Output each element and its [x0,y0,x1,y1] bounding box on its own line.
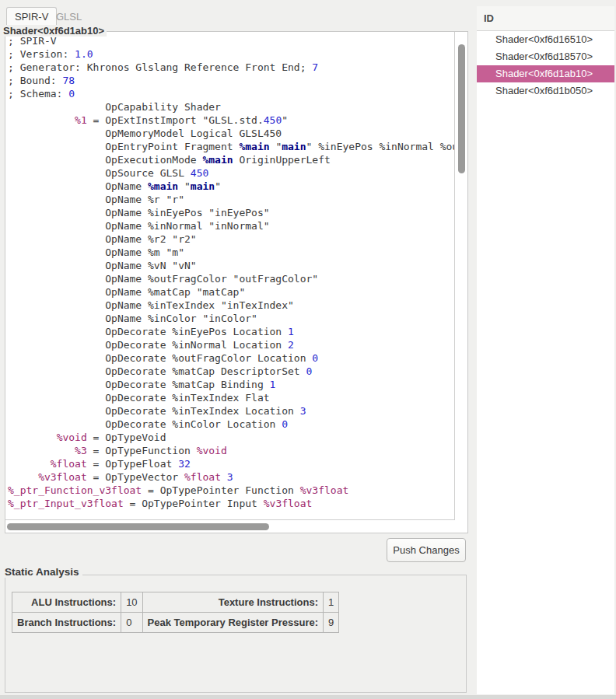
code-line: OpDecorate %inTexIndex Location 3 [8,404,454,418]
code-line: %float = OpTypeFloat 32 [8,457,454,470]
code-line: ; Schema: 0 [8,87,454,100]
shader-code-frame: ; SPIR-V; Version: 1.0; Generator: Khron… [5,31,468,533]
shader-viewer-window: SPIR-V GLSL Shader<0xf6d1ab10> ; SPIR-V;… [0,0,616,699]
spirv-code-editor[interactable]: ; SPIR-V; Version: 1.0; Generator: Khron… [5,32,455,520]
code-line: OpName %matCap "matCap" [8,285,454,299]
code-line: %_ptr_Function_v3float = OpTypePointer F… [8,484,454,497]
code-line: %1 = OpExtInstImport "GLSL.std.450" [8,114,454,127]
code-line: OpName %outFragColor "outFragColor" [8,272,454,285]
code-line: OpDecorate %matCap Binding 1 [8,378,454,391]
stat-value: 0 [121,613,142,633]
vertical-scrollbar[interactable] [458,44,465,173]
code-line: ; Bound: 78 [8,74,454,87]
code-line: ; Version: 1.0 [8,47,454,61]
code-line: OpEntryPoint Fragment %main "main" %inEy… [8,140,454,153]
code-line: ; Generator: Khronos Glslang Reference F… [8,61,454,74]
id-column-header[interactable]: ID [477,6,614,31]
shader-list-item[interactable]: Shader<0xf6d1b050> [477,82,614,100]
code-line: OpMemoryModel Logical GLSL450 [8,127,454,140]
code-line: OpSource GLSL 450 [8,166,454,180]
push-changes-button[interactable]: Push Changes [387,538,466,562]
shader-frame-title: Shader<0xf6d1ab10> [3,25,107,37]
code-line: %v3float = OpTypeVector %float 3 [8,470,454,484]
code-line: OpDecorate %outFragColor Location 0 [8,351,454,365]
shader-id-list: Shader<0xf6d16510>Shader<0xf6d18570>Shad… [477,31,614,100]
code-line: OpName %main "main" [8,180,454,193]
static-analysis-title: Static Analysis [5,566,82,578]
code-line: OpName %m "m" [8,246,454,259]
code-line: OpName %inNormal "inNormal" [8,219,454,232]
code-line: OpDecorate %matCap DescriptorSet 0 [8,365,454,378]
stat-label: Branch Instructions: [12,613,121,633]
stat-value: 1 [324,592,339,613]
code-line: OpDecorate %inTexIndex Flat [8,391,454,404]
shader-list-item[interactable]: Shader<0xf6d1ab10> [477,65,614,82]
shader-id-panel: ID Shader<0xf6d16510>Shader<0xf6d18570>S… [477,6,614,694]
tab-glsl[interactable]: GLSL [50,9,88,26]
code-line: OpDecorate %inColor Location 0 [8,418,454,431]
code-line: OpName %inEyePos "inEyePos" [8,206,454,219]
code-line: OpDecorate %inEyePos Location 1 [8,325,454,338]
code-line: %3 = OpTypeFunction %void [8,444,454,457]
stat-row: Branch Instructions:0Peak Temporary Regi… [12,613,339,633]
code-line: OpCapability Shader [8,100,454,114]
stat-value: 9 [324,613,339,633]
stat-label: ALU Instructions: [12,592,121,613]
code-line: OpName %inColor "inColor" [8,312,454,325]
shader-list-item[interactable]: Shader<0xf6d16510> [477,31,614,48]
shader-list-item[interactable]: Shader<0xf6d18570> [477,48,614,65]
stat-label: Peak Temporary Register Pressure: [142,613,323,633]
spirv-code-content: ; SPIR-V; Version: 1.0; Generator: Khron… [5,32,454,510]
stat-label: Texture Instructions: [142,592,323,613]
code-line: %_ptr_Input_v3float = OpTypePointer Inpu… [8,497,454,510]
horizontal-scrollbar[interactable] [7,523,269,530]
code-line: OpName %r "r" [8,193,454,206]
stat-value: 10 [121,592,142,613]
stat-row: ALU Instructions:10Texture Instructions:… [12,592,339,613]
static-analysis-table: ALU Instructions:10Texture Instructions:… [12,592,339,633]
code-line: OpName %inTexIndex "inTexIndex" [8,299,454,312]
code-line: OpDecorate %inNormal Location 2 [8,338,454,351]
code-line: OpExecutionMode %main OriginUpperLeft [8,153,454,166]
static-analysis-frame: ALU Instructions:10Texture Instructions:… [5,575,467,693]
code-line: OpName %vN "vN" [8,259,454,272]
code-line: OpName %r2 "r2" [8,232,454,246]
code-line: %void = OpTypeVoid [8,431,454,444]
bottom-scrollbar-track[interactable] [0,695,616,699]
